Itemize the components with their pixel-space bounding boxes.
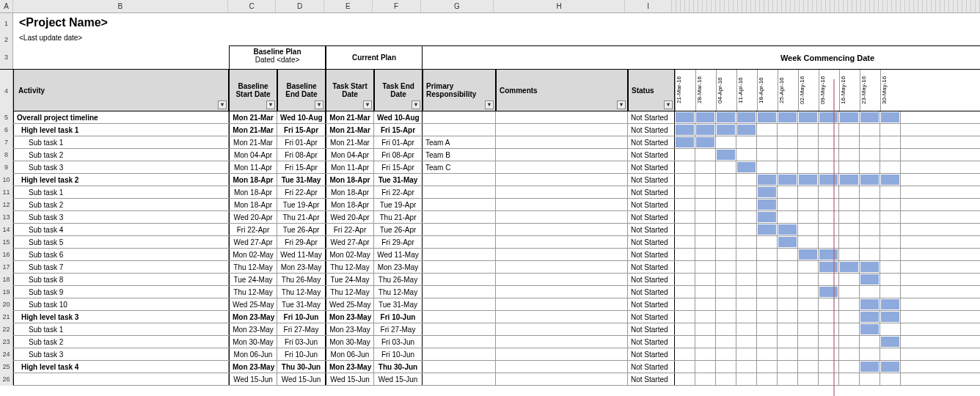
- cell-primary[interactable]: Team C: [423, 161, 496, 173]
- cell-tend[interactable]: Wed 11-May: [374, 249, 423, 260]
- gantt-cell[interactable]: [675, 174, 695, 186]
- row-header-15[interactable]: 15: [0, 236, 13, 249]
- gantt-cell[interactable]: [839, 361, 860, 373]
- gantt-cell[interactable]: [819, 348, 839, 360]
- gantt-cell[interactable]: [736, 249, 757, 260]
- cell-tstart[interactable]: Mon 23-May: [326, 311, 374, 323]
- cell-bend[interactable]: Tue 31-May: [277, 174, 326, 186]
- gantt-cell[interactable]: [819, 323, 839, 335]
- cell-bstart[interactable]: Mon 21-Mar: [229, 136, 277, 148]
- cell-tend[interactable]: Fri 15-Apr: [374, 161, 423, 173]
- cell-bend[interactable]: Fri 01-Apr: [277, 136, 326, 148]
- gantt-cell[interactable]: [695, 211, 716, 223]
- col-header-f[interactable]: F: [373, 0, 421, 12]
- gantt-cell[interactable]: [860, 186, 880, 198]
- col-header-i[interactable]: I: [625, 0, 672, 12]
- cell-primary[interactable]: [423, 373, 496, 385]
- cell-tend[interactable]: Wed 10-Aug: [374, 111, 423, 123]
- gantt-cell[interactable]: [798, 323, 819, 335]
- cell-bend[interactable]: Thu 30-Jun: [277, 361, 326, 373]
- cell-bstart[interactable]: Mon 21-Mar: [229, 124, 277, 136]
- gantt-cell[interactable]: [716, 274, 736, 285]
- gantt-cell[interactable]: [736, 361, 757, 373]
- row-header-3[interactable]: 3: [0, 45, 13, 69]
- gantt-cell[interactable]: [880, 373, 901, 385]
- gantt-cell[interactable]: [819, 174, 839, 186]
- gantt-cell[interactable]: [798, 274, 819, 285]
- cell-bstart[interactable]: Mon 23-May: [229, 361, 277, 373]
- cell-tstart[interactable]: Wed 15-Jun: [326, 373, 374, 385]
- cell-tstart[interactable]: Tue 24-May: [326, 274, 374, 285]
- col-header-a[interactable]: A: [0, 0, 13, 12]
- cell-tend[interactable]: Tue 19-Apr: [374, 199, 423, 210]
- cell-bend[interactable]: Tue 19-Apr: [277, 199, 326, 210]
- cell-activity[interactable]: Sub task 3: [13, 211, 229, 223]
- gantt-cell[interactable]: [716, 211, 736, 223]
- cell-primary[interactable]: [423, 186, 496, 198]
- gantt-cell[interactable]: [860, 249, 880, 260]
- gantt-cell[interactable]: [675, 348, 695, 360]
- cell-activity[interactable]: [13, 373, 229, 385]
- cell-activity[interactable]: High level task 2: [13, 174, 229, 186]
- gantt-cell[interactable]: [757, 274, 778, 285]
- cell-tend[interactable]: Fri 01-Apr: [374, 136, 423, 148]
- gantt-cell[interactable]: [695, 348, 716, 360]
- gantt-cell[interactable]: [695, 323, 716, 335]
- row-header-2[interactable]: 2: [0, 34, 13, 45]
- cell-activity[interactable]: Sub task 2: [13, 149, 229, 161]
- cell-comments[interactable]: [496, 373, 628, 385]
- cell-tstart[interactable]: Mon 23-May: [326, 323, 374, 335]
- gantt-cell[interactable]: [757, 161, 778, 173]
- gantt-cell[interactable]: [675, 286, 695, 298]
- gantt-cell[interactable]: [757, 124, 778, 136]
- row-header-24[interactable]: 24: [0, 348, 13, 361]
- cell-bstart[interactable]: Mon 30-May: [229, 336, 277, 348]
- gantt-cell[interactable]: [839, 186, 860, 198]
- gantt-cell[interactable]: [716, 298, 736, 310]
- gantt-cell[interactable]: [695, 124, 716, 136]
- gantt-cell[interactable]: [716, 336, 736, 348]
- gantt-cell[interactable]: [778, 336, 798, 348]
- filter-tstart-icon[interactable]: ▾: [363, 100, 372, 109]
- cell-tstart[interactable]: Mon 21-Mar: [326, 124, 374, 136]
- row-header-17[interactable]: 17: [0, 261, 13, 274]
- cell-tstart[interactable]: Mon 11-Apr: [326, 161, 374, 173]
- gantt-cell[interactable]: [860, 311, 880, 323]
- cell-bstart[interactable]: Thu 12-May: [229, 286, 277, 298]
- gantt-cell[interactable]: [716, 111, 736, 123]
- gantt-cell[interactable]: [880, 149, 901, 161]
- cell-bstart[interactable]: Wed 20-Apr: [229, 211, 277, 223]
- gantt-cell[interactable]: [839, 211, 860, 223]
- gantt-cell[interactable]: [860, 361, 880, 373]
- cell-bstart[interactable]: Tue 24-May: [229, 274, 277, 285]
- gantt-cell[interactable]: [819, 111, 839, 123]
- gantt-cell[interactable]: [695, 136, 716, 148]
- cell-bend[interactable]: Thu 26-May: [277, 274, 326, 285]
- cell-bend[interactable]: Fri 10-Jun: [277, 311, 326, 323]
- cell-tend[interactable]: Thu 26-May: [374, 274, 423, 285]
- row-header-21[interactable]: 21: [0, 311, 13, 323]
- gantt-cell[interactable]: [736, 211, 757, 223]
- cell-primary[interactable]: [423, 249, 496, 260]
- cell-bend[interactable]: Tue 26-Apr: [277, 224, 326, 235]
- gantt-cell[interactable]: [716, 174, 736, 186]
- row-header-6[interactable]: 6: [0, 124, 13, 136]
- gantt-cell[interactable]: [736, 224, 757, 235]
- cell-status[interactable]: Not Started: [628, 361, 675, 373]
- gantt-cell[interactable]: [675, 211, 695, 223]
- gantt-cell[interactable]: [757, 348, 778, 360]
- gantt-cell[interactable]: [798, 111, 819, 123]
- gantt-cell[interactable]: [736, 111, 757, 123]
- gantt-cell[interactable]: [695, 298, 716, 310]
- gantt-cell[interactable]: [798, 236, 819, 248]
- gantt-cell[interactable]: [798, 149, 819, 161]
- cell-status[interactable]: Not Started: [628, 224, 675, 235]
- row-header-4[interactable]: 4: [0, 70, 13, 112]
- gantt-cell[interactable]: [839, 373, 860, 385]
- gantt-cell[interactable]: [716, 224, 736, 235]
- cell-bstart[interactable]: Mon 21-Mar: [229, 111, 277, 123]
- cell-comments[interactable]: [496, 348, 628, 360]
- cell-bend[interactable]: Fri 08-Apr: [277, 149, 326, 161]
- gantt-cell[interactable]: [716, 186, 736, 198]
- gantt-cell[interactable]: [819, 161, 839, 173]
